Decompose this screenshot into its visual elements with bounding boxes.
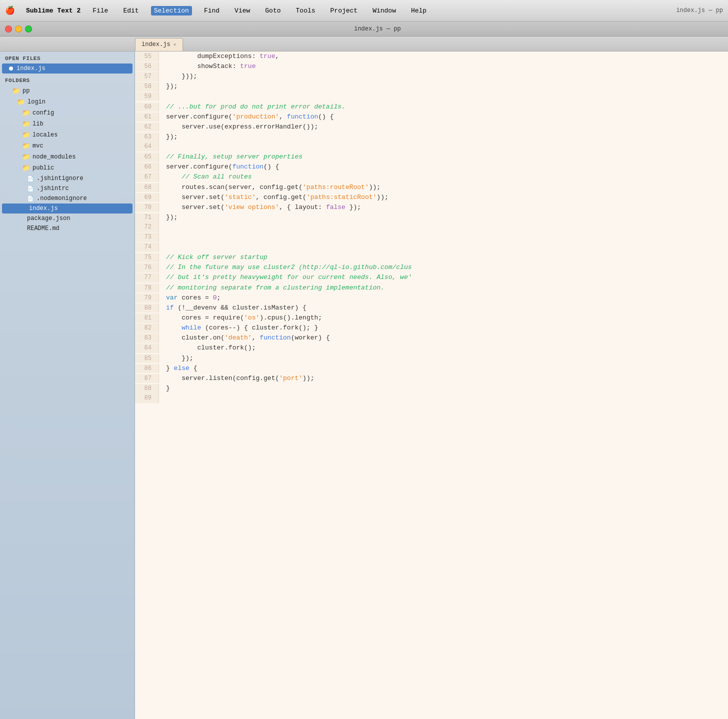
line-number: 68: [135, 183, 159, 192]
tab-close-icon[interactable]: ✕: [174, 42, 176, 48]
folder-name: node_modules: [32, 154, 76, 160]
close-button[interactable]: [5, 26, 12, 32]
folder-login[interactable]: 📁 login: [0, 96, 134, 108]
menu-selection[interactable]: Selection: [151, 6, 192, 16]
line-content: showStack: true: [159, 62, 728, 72]
code-line-72: 72: [135, 222, 728, 232]
app-name: Sublime Text 2: [26, 7, 80, 14]
file-name: .jshintignore: [36, 175, 84, 182]
file-jshintignore[interactable]: 📄 .jshintignore: [0, 174, 134, 184]
minimize-button[interactable]: [15, 26, 22, 32]
line-content: while (cores--) { cluster.fork(); }: [159, 323, 728, 333]
line-number: 86: [135, 364, 159, 374]
menu-goto[interactable]: Goto: [262, 6, 284, 16]
folder-name: mvc: [32, 142, 44, 150]
menu-help[interactable]: Help: [408, 6, 430, 16]
main-layout: OPEN FILES index.js FOLDERS 📁 pp 📁 login…: [0, 52, 728, 719]
file-icon: 📄: [27, 196, 34, 202]
code-line-71: 71 });: [135, 212, 728, 222]
code-line-68: 68 routes.scan(server, config.get('paths…: [135, 182, 728, 192]
file-index-js[interactable]: index.js: [2, 204, 132, 214]
titlebar: index.js — pp: [0, 22, 728, 36]
menu-window[interactable]: Window: [370, 6, 399, 16]
folder-lib[interactable]: 📁 lib: [0, 118, 134, 130]
code-editor[interactable]: 55 dumpExceptions: true, 56 showStack: t…: [135, 52, 728, 719]
code-line-69: 69 server.set('static', config.get('path…: [135, 192, 728, 202]
folder-name: lib: [32, 120, 44, 128]
line-content: });: [159, 354, 728, 364]
code-line-78: 78 // monitoring separate from a cluster…: [135, 283, 728, 293]
code-line-75: 75 // Kick off server startup: [135, 252, 728, 262]
line-number: 63: [135, 132, 159, 142]
maximize-button[interactable]: [25, 26, 32, 32]
folder-name: config: [32, 110, 54, 116]
folder-name: login: [28, 98, 46, 106]
folder-name: pp: [22, 88, 30, 94]
line-content: // Scan all routes: [159, 172, 728, 182]
line-content: });: [159, 212, 728, 222]
line-content: // ...but for prod do not print error de…: [159, 102, 728, 112]
file-package-json[interactable]: package.json: [0, 214, 134, 224]
window-title: index.js — pp: [676, 7, 723, 14]
line-content: cores = require('os').cpus().length;: [159, 313, 728, 323]
folder-icon: 📁: [17, 98, 25, 106]
menu-tools[interactable]: Tools: [293, 6, 318, 16]
file-readme[interactable]: README.md: [0, 224, 134, 234]
line-content: server.listen(config.get('port'));: [159, 374, 728, 384]
menu-edit[interactable]: Edit: [120, 6, 142, 16]
code-line-83: 83 cluster.on('death', function(worker) …: [135, 333, 728, 343]
line-content: }));: [159, 72, 728, 82]
menu-project[interactable]: Project: [328, 6, 361, 16]
line-content: // Kick off server startup: [159, 252, 728, 262]
line-number: 55: [135, 52, 159, 62]
code-line-81: 81 cores = require('os').cpus().length;: [135, 313, 728, 323]
folder-node-modules[interactable]: 📁 node_modules: [0, 152, 134, 162]
line-number: 71: [135, 213, 159, 222]
folder-icon: 📁: [12, 87, 20, 95]
code-line-66: 66 server.configure(function() {: [135, 162, 728, 172]
line-content: server.use(express.errorHandler());: [159, 122, 728, 132]
line-number: 88: [135, 384, 159, 394]
menu-file[interactable]: File: [90, 6, 111, 16]
folder-mvc[interactable]: 📁 mvc: [0, 140, 134, 152]
code-line-60: 60 // ...but for prod do not print error…: [135, 102, 728, 112]
line-number: 75: [135, 253, 159, 262]
folders-label: FOLDERS: [0, 74, 134, 86]
sidebar-open-file-index-js[interactable]: index.js: [2, 64, 132, 74]
line-number: 61: [135, 112, 159, 122]
code-line-73: 73: [135, 232, 728, 242]
line-number: 60: [135, 102, 159, 112]
folder-icon: 📁: [22, 164, 30, 172]
line-number: 89: [135, 394, 159, 403]
folder-locales[interactable]: 📁 locales: [0, 130, 134, 140]
line-number: 62: [135, 122, 159, 132]
folder-public[interactable]: 📁 public: [0, 162, 134, 174]
line-number: 66: [135, 162, 159, 172]
file-jshintrc[interactable]: 📄 .jshintrc: [0, 184, 134, 194]
line-number: 56: [135, 62, 159, 72]
code-line-76: 76 // In the future may use cluster2 (ht…: [135, 262, 728, 272]
folder-config[interactable]: 📁 config: [0, 108, 134, 118]
folder-name: locales: [32, 132, 58, 138]
file-icon: 📄: [27, 186, 34, 192]
file-nodemonignore[interactable]: 📄 .nodemonignore: [0, 194, 134, 204]
code-line-84: 84 cluster.fork();: [135, 343, 728, 353]
code-line-89: 89: [135, 394, 728, 404]
line-content: // In the future may use cluster2 (http:…: [159, 262, 728, 272]
line-number: 67: [135, 172, 159, 182]
line-content: } else {: [159, 364, 728, 374]
code-line-55: 55 dumpExceptions: true,: [135, 52, 728, 62]
line-number: 76: [135, 263, 159, 272]
line-content: server.set('static', config.get('paths:s…: [159, 192, 728, 202]
menu-find[interactable]: Find: [201, 6, 222, 16]
code-line-61: 61 server.configure('production', functi…: [135, 112, 728, 122]
tab-index-js[interactable]: index.js ✕: [135, 38, 183, 51]
line-content: }: [159, 384, 728, 394]
line-number: 70: [135, 203, 159, 212]
code-line-63: 63 });: [135, 132, 728, 142]
apple-menu[interactable]: 🍎: [5, 6, 15, 16]
code-line-87: 87 server.listen(config.get('port'));: [135, 374, 728, 384]
line-content: // monitoring separate from a clustering…: [159, 283, 728, 293]
menu-view[interactable]: View: [232, 6, 253, 16]
folder-pp[interactable]: 📁 pp: [0, 86, 134, 96]
